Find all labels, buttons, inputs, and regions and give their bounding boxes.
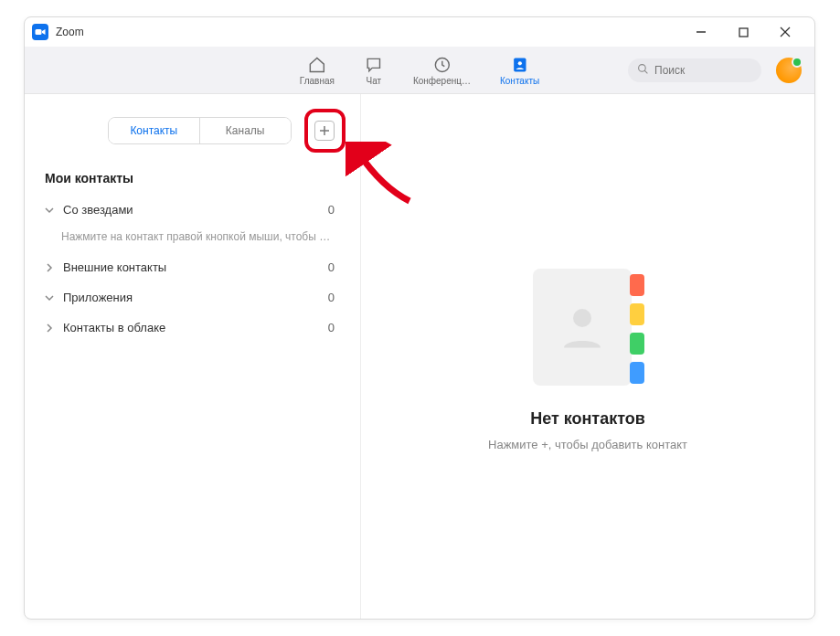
empty-card (533, 269, 632, 386)
search-icon (637, 62, 649, 79)
nav-label: Чат (367, 76, 382, 86)
app-window: Zoom Главная Чат Конференц… Контакты (24, 16, 815, 620)
close-button[interactable] (772, 19, 798, 45)
group-count: 0 (328, 203, 340, 217)
svg-point-9 (639, 64, 646, 71)
nav-label: Главная (300, 76, 335, 86)
window-title: Zoom (56, 26, 688, 38)
nav-chat[interactable]: Чат (360, 53, 388, 88)
right-panel: Нет контактов Нажмите +, чтобы добавить … (361, 94, 814, 619)
nav-contacts[interactable]: Контакты (496, 53, 543, 88)
clock-icon (431, 55, 452, 75)
segmented-control: Контакты Каналы (108, 117, 292, 144)
empty-subtitle: Нажмите +, чтобы добавить контакт (488, 438, 687, 451)
tab-contacts[interactable]: Контакты (109, 118, 200, 143)
group-count: 0 (328, 260, 340, 274)
search-input[interactable] (654, 64, 752, 77)
home-icon (307, 55, 327, 75)
nav-label: Конференц… (413, 76, 471, 86)
group-count: 0 (328, 291, 340, 304)
body-area: Контакты Каналы Мои контакты Со звездами… (25, 94, 814, 619)
group-external[interactable]: Внешние контакты 0 (25, 252, 360, 282)
nav-home[interactable]: Главная (296, 53, 338, 88)
chat-icon (364, 55, 384, 75)
maximize-button[interactable] (730, 19, 756, 45)
color-tabs (630, 274, 644, 384)
contacts-icon (510, 55, 530, 75)
avatar[interactable] (776, 58, 802, 83)
color-tab-1 (630, 274, 644, 296)
starred-hint: Нажмите на контакт правой кнопкой мыши, … (25, 225, 360, 252)
section-my-contacts: Мои контакты (25, 153, 360, 195)
zoom-icon (32, 24, 48, 40)
add-contact-highlight (304, 109, 346, 153)
svg-point-13 (573, 309, 591, 327)
group-cloud[interactable]: Контакты в облаке 0 (25, 313, 360, 343)
tab-channels[interactable]: Каналы (200, 118, 291, 143)
svg-point-8 (517, 61, 521, 65)
minimize-button[interactable] (688, 19, 714, 45)
empty-title: Нет контактов (530, 409, 645, 429)
group-apps[interactable]: Приложения 0 (25, 282, 360, 313)
search-box[interactable] (628, 58, 761, 82)
left-panel: Контакты Каналы Мои контакты Со звездами… (25, 94, 361, 619)
nav-meetings[interactable]: Конференц… (409, 53, 474, 88)
toolbar: Главная Чат Конференц… Контакты (25, 47, 814, 94)
svg-rect-3 (739, 28, 748, 37)
color-tab-4 (630, 362, 644, 384)
empty-illustration (533, 261, 643, 389)
chevron-down-icon (45, 206, 58, 215)
group-label: Внешние контакты (63, 260, 328, 274)
group-label: Контакты в облаке (63, 321, 328, 334)
nav-label: Контакты (500, 76, 539, 86)
color-tab-2 (630, 303, 644, 325)
svg-line-10 (644, 70, 647, 73)
group-label: Со звездами (63, 203, 328, 217)
titlebar: Zoom (25, 17, 814, 47)
group-starred[interactable]: Со звездами 0 (25, 195, 360, 225)
chevron-down-icon (45, 293, 58, 302)
window-controls (688, 19, 807, 45)
chevron-right-icon (45, 263, 58, 272)
color-tab-3 (630, 333, 644, 355)
tab-row: Контакты Каналы (25, 109, 360, 153)
group-count: 0 (328, 321, 340, 334)
svg-rect-1 (36, 29, 42, 35)
nav-group: Главная Чат Конференц… Контакты (296, 53, 543, 88)
group-label: Приложения (63, 291, 328, 304)
chevron-right-icon (45, 323, 58, 333)
person-icon (555, 300, 610, 355)
highlight-box (304, 109, 346, 153)
